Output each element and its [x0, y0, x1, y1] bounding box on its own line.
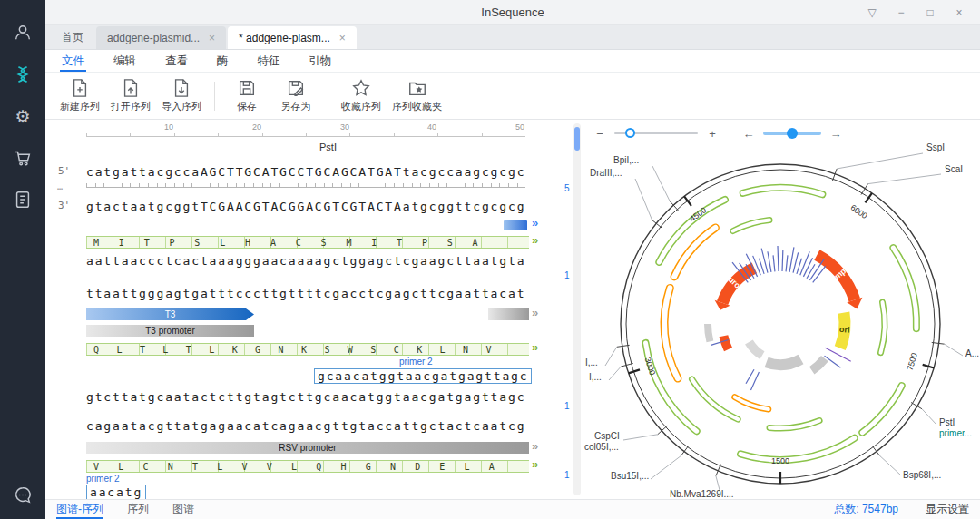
title-bar: InSequence ▽ − □ ×: [45, 0, 980, 25]
translation-bar[interactable]: Q L T L T L K G N K S W S C K L N V: [86, 343, 529, 356]
enzyme-label[interactable]: Bsp68I,...: [903, 470, 941, 480]
menu-file[interactable]: 文件: [62, 50, 84, 72]
expand-chevron-icon[interactable]: »: [532, 216, 538, 230]
feature-fragment-blue[interactable]: [504, 220, 527, 230]
orders-button[interactable]: [12, 189, 34, 211]
save-as-button[interactable]: 另存为: [271, 75, 320, 117]
enzyme-label[interactable]: I,...: [585, 357, 598, 367]
minimize-icon[interactable]: −: [889, 3, 913, 23]
primer2-sequence-box[interactable]: gcaacatggtaacgatgagttagc: [314, 368, 532, 384]
rotate-slider-knob[interactable]: [787, 128, 798, 139]
new-sequence-button[interactable]: 新建序列: [54, 75, 105, 117]
expand-chevron-icon[interactable]: »: [532, 306, 538, 319]
tab-addgene-plasmid-modified[interactable]: * addgene-plasm... ×: [228, 26, 357, 49]
translation-bar[interactable]: V L C N T L V V L Q H G N D E L A: [86, 460, 529, 473]
enzyme-label[interactable]: ScaI: [945, 164, 963, 174]
sequence-bottom-strand[interactable]: gtactaatgcggtTCGAACGTACGGACGTCGTACTAatgc…: [86, 200, 525, 213]
enzyme-label[interactable]: SspI: [926, 142, 945, 152]
display-settings-button[interactable]: 显示设置: [926, 502, 969, 517]
user-icon: [13, 23, 33, 43]
enzyme-label[interactable]: I,...: [589, 372, 602, 382]
view-tab-map[interactable]: 图谱: [172, 500, 194, 519]
zoom-slider[interactable]: [614, 132, 698, 134]
sequence-top-strand[interactable]: aattaaccctcactaaagggaacaaaagctggagctcgaa…: [86, 254, 525, 268]
menu-view[interactable]: 查看: [165, 50, 188, 72]
label-leader-line: [651, 455, 681, 479]
enzyme-label[interactable]: A...: [965, 348, 979, 358]
store-button[interactable]: [12, 147, 34, 169]
tab-addgene-plasmid[interactable]: addgene-plasmid... ×: [96, 26, 226, 49]
label-leader-line: [880, 455, 901, 475]
close-icon[interactable]: ×: [947, 3, 971, 23]
rotate-left-button[interactable]: ←: [741, 127, 756, 141]
scrollbar-thumb[interactable]: [574, 127, 580, 151]
pin-icon[interactable]: ▽: [860, 3, 884, 23]
sequence-top-strand[interactable]: catgattacgccaAGCTTGCATGCCTGCAGCATGATtacg…: [86, 165, 525, 179]
tab-home[interactable]: 首页: [51, 26, 94, 49]
tab-close-icon[interactable]: ×: [209, 32, 215, 44]
feature-rsv-promoter[interactable]: RSV promoter: [86, 442, 529, 454]
settings-button[interactable]: ⚙: [12, 105, 34, 127]
enzyme-label[interactable]: CspCI: [594, 431, 620, 441]
zoom-out-button[interactable]: −: [593, 127, 607, 141]
map-feature-arc[interactable]: [812, 358, 825, 370]
primer2-sequence-box[interactable]: aacatg: [86, 485, 146, 499]
enzyme-label[interactable]: BpiI,...: [613, 155, 639, 165]
status-bar: 图谱-序列 序列 图谱 总数: 7547bp 显示设置: [45, 499, 980, 519]
expand-chevron-icon[interactable]: »: [532, 457, 538, 471]
enzyme-label[interactable]: primer...: [939, 428, 972, 438]
enzyme-site-label-pst1[interactable]: PstI: [319, 142, 337, 152]
enzyme-label[interactable]: Nb.Mva1269I....: [670, 489, 734, 499]
menu-edit[interactable]: 编辑: [113, 50, 136, 72]
save-button[interactable]: 保存: [222, 75, 271, 117]
import-sequence-button[interactable]: 导入序列: [156, 75, 207, 117]
sequence-favorites-folder-button[interactable]: 序列收藏夹: [387, 75, 447, 117]
open-sequence-button[interactable]: 打开序列: [105, 75, 156, 117]
row-number: 1: [564, 270, 570, 280]
cart-icon: [13, 148, 33, 168]
tab-close-icon[interactable]: ×: [339, 32, 346, 44]
rotate-slider[interactable]: [763, 132, 821, 135]
enzyme-label[interactable]: Bsu15I,...: [611, 471, 649, 481]
menu-primer[interactable]: 引物: [309, 50, 332, 72]
feature-t3-arrow[interactable]: T3: [86, 308, 254, 320]
map-feature-arc[interactable]: [708, 324, 710, 341]
feature-fragment-gray[interactable]: [488, 308, 529, 320]
map-feature-arc[interactable]: [767, 359, 801, 365]
menu-enzyme[interactable]: 酶: [217, 50, 229, 72]
map-feature-arc[interactable]: [749, 342, 762, 356]
sequence-top-strand[interactable]: gtcttatgcaatactcttgtagtcttgcaacatggtaacg…: [86, 390, 525, 404]
user-profile-button[interactable]: [12, 22, 34, 44]
map-feature-arc[interactable]: [723, 336, 728, 349]
menu-feature[interactable]: 特征: [258, 50, 280, 72]
view-tab-map-sequence[interactable]: 图谱-序列: [56, 500, 103, 519]
feedback-button[interactable]: [12, 485, 34, 506]
sequence-bottom-strand[interactable]: ttaattgggagtgatttcccttgttttcgacctcgagctt…: [86, 287, 525, 300]
enzyme-label[interactable]: DraIII,...: [590, 168, 622, 178]
plasmid-map[interactable]: AmpRoriPuroR15003000450060007500SspIScaI…: [583, 120, 980, 499]
enzyme-label[interactable]: col05I,...: [584, 442, 619, 452]
favorite-sequence-button[interactable]: 收藏序列: [336, 75, 387, 117]
vertical-scrollbar[interactable]: [573, 123, 581, 495]
rotate-right-button[interactable]: →: [828, 127, 843, 141]
view-tab-sequence[interactable]: 序列: [127, 500, 149, 519]
toolbar-separator: [328, 82, 328, 111]
translation-bar[interactable]: M I T P S L H A C S M I T P S A: [86, 236, 529, 249]
feature-t3-promoter[interactable]: T3 promoter: [86, 325, 254, 337]
expand-chevron-icon[interactable]: »: [532, 439, 538, 453]
enzyme-label[interactable]: PstI: [939, 417, 955, 427]
maximize-icon[interactable]: □: [918, 3, 942, 23]
enzyme-tick: [746, 369, 754, 384]
expand-chevron-icon[interactable]: »: [532, 340, 538, 354]
new-sequence-icon: [70, 78, 90, 98]
zoom-slider-knob[interactable]: [625, 128, 635, 138]
primer2-label[interactable]: primer 2: [86, 474, 120, 484]
sequence-workspace-button[interactable]: [12, 64, 34, 85]
map-feature-arc[interactable]: [692, 379, 739, 419]
zoom-in-button[interactable]: +: [705, 127, 720, 141]
map-feature-label[interactable]: ori: [839, 325, 850, 335]
expand-chevron-icon[interactable]: »: [532, 233, 538, 247]
menu-bar: 文件 编辑 查看 酶 特征 引物: [45, 50, 980, 73]
sequence-bottom-strand[interactable]: cagaatacgttatgagaacatcagaacgttgtaccattgc…: [86, 419, 525, 433]
primer2-label[interactable]: primer 2: [399, 357, 433, 367]
